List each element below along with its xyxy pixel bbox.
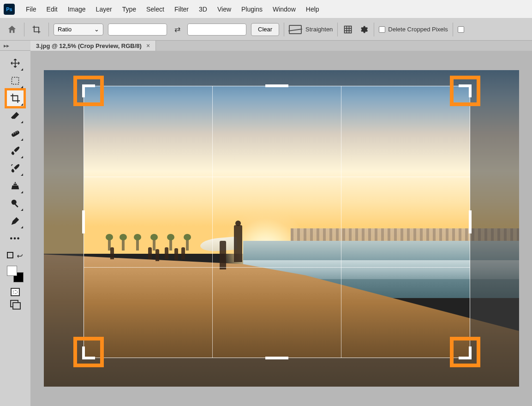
svg-point-2 [13, 133, 14, 134]
close-tab-icon[interactable]: × [146, 42, 150, 49]
document-tab-title: 3.jpg @ 12,5% (Crop Preview, RGB/8) [36, 42, 142, 49]
brush-tool[interactable] [6, 142, 24, 160]
divider [24, 23, 24, 36]
crop-box[interactable] [84, 86, 470, 358]
clear-button[interactable]: Clear [251, 23, 279, 36]
crop-shield [84, 70, 470, 86]
divider [284, 23, 284, 36]
annotation-highlight [450, 76, 480, 106]
settings-button[interactable] [358, 24, 369, 35]
healing-brush-tool[interactable] [6, 125, 24, 142]
svg-point-3 [15, 132, 16, 133]
more-tools[interactable]: ••• [6, 230, 24, 247]
crop-grid-line [341, 86, 341, 358]
menu-filter[interactable]: Filter [170, 3, 193, 16]
tool-bar: ••• [0, 51, 30, 406]
clone-stamp-tool[interactable] [6, 177, 24, 195]
options-bar: Ratio ⌄ ⇄ Clear Straighten Delete Croppe… [0, 18, 532, 41]
menu-select[interactable]: Select [142, 3, 169, 16]
app-logo: Ps [4, 4, 15, 15]
aspect-ratio-select[interactable]: Ratio ⌄ [54, 24, 103, 36]
menu-bar: Ps File Edit Image Layer Type Select Fil… [0, 0, 532, 18]
history-brush-tool[interactable] [6, 160, 24, 177]
delete-cropped-checkbox[interactable]: Delete Cropped Pixels [379, 26, 448, 33]
edit-toolbar-icon[interactable] [7, 252, 13, 258]
divider [337, 23, 338, 36]
svg-rect-0 [12, 78, 19, 84]
chevron-down-icon: ⌄ [94, 26, 99, 33]
ratio-label: Ratio [58, 26, 72, 33]
crop-height-input[interactable] [187, 24, 246, 36]
dodge-tool[interactable] [6, 195, 24, 212]
canvas-area[interactable] [30, 51, 532, 406]
crop-grid-line [212, 86, 213, 358]
menu-layer[interactable]: Layer [91, 3, 117, 16]
svg-point-4 [17, 131, 18, 132]
panel-collapse-toggle[interactable]: ▸▸ [0, 41, 30, 51]
menu-type[interactable]: Type [118, 3, 141, 16]
checkbox-icon [458, 26, 464, 33]
crop-grid-line [84, 177, 470, 177]
color-swatches[interactable] [7, 266, 24, 282]
screen-mode-toggle[interactable] [10, 300, 20, 308]
canvas-column: 3.jpg @ 12,5% (Crop Preview, RGB/8) × [30, 41, 532, 406]
eraser-tool[interactable] [6, 107, 24, 125]
svg-rect-1 [11, 130, 20, 137]
menu-view[interactable]: View [213, 3, 236, 16]
menu-edit[interactable]: Edit [42, 3, 62, 16]
menu-window[interactable]: Window [268, 3, 300, 16]
menu-image[interactable]: Image [63, 3, 90, 16]
menu-plugins[interactable]: Plugins [237, 3, 267, 16]
swap-dimensions-button[interactable]: ⇄ [172, 24, 183, 35]
svg-rect-6 [15, 204, 18, 208]
annotation-highlight [73, 337, 104, 367]
annotation-highlight [450, 337, 480, 367]
pen-tool[interactable] [6, 212, 24, 230]
crop-handle-left[interactable] [82, 210, 85, 233]
menu-help[interactable]: Help [301, 3, 324, 16]
crop-tool[interactable] [6, 90, 24, 107]
document-image[interactable] [44, 70, 519, 387]
divider [453, 23, 453, 36]
checkbox-icon [379, 26, 385, 33]
crop-handle-bottom[interactable] [265, 357, 288, 359]
crop-border [84, 86, 470, 358]
straighten-icon[interactable] [289, 25, 302, 34]
crop-tool-indicator[interactable] [29, 24, 44, 35]
home-button[interactable] [5, 22, 19, 37]
move-tool[interactable] [6, 54, 24, 72]
swap-fg-bg-icon[interactable] [16, 252, 24, 259]
delete-cropped-label: Delete Cropped Pixels [388, 26, 448, 33]
annotation-highlight [73, 76, 104, 106]
foreground-color-swatch[interactable] [7, 266, 17, 276]
quick-mask-toggle[interactable] [11, 288, 20, 296]
document-tab-strip: 3.jpg @ 12,5% (Crop Preview, RGB/8) × [30, 41, 532, 51]
overlay-grid-button[interactable] [342, 24, 353, 35]
left-column: ▸▸ [0, 41, 30, 406]
menu-file[interactable]: File [21, 3, 41, 16]
crop-shield [84, 358, 470, 387]
crop-handle-right[interactable] [469, 210, 472, 233]
crop-width-input[interactable] [108, 24, 167, 36]
straighten-label[interactable]: Straighten [305, 26, 333, 33]
crop-grid-line [84, 267, 470, 268]
crop-handle-top[interactable] [265, 84, 288, 87]
marquee-tool[interactable] [6, 72, 24, 90]
divider [374, 23, 374, 36]
document-tab[interactable]: 3.jpg @ 12,5% (Crop Preview, RGB/8) × [30, 41, 156, 51]
menu-3d[interactable]: 3D [194, 3, 212, 16]
extra-checkbox[interactable] [458, 26, 464, 33]
divider [48, 23, 49, 36]
